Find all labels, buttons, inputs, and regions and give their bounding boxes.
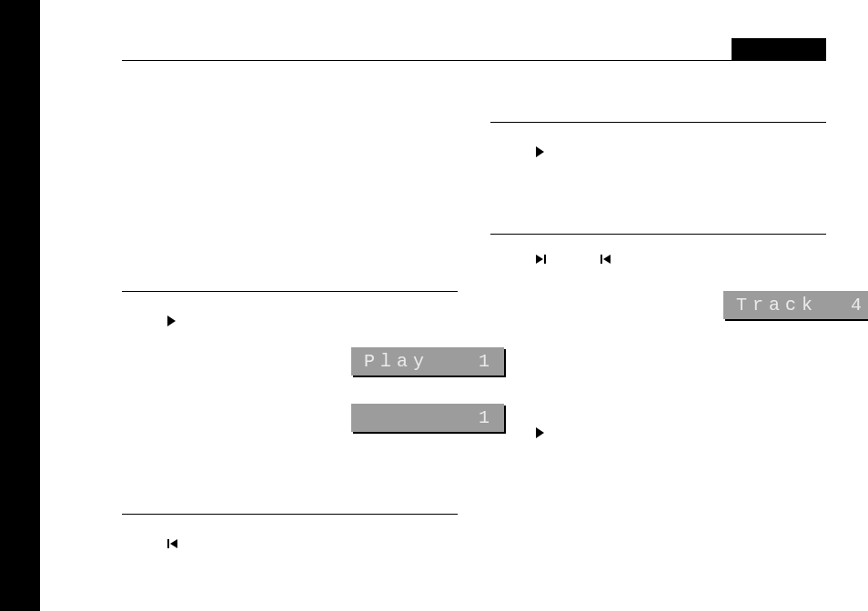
lcd-count-1: 1 [351,404,504,432]
play-icon [536,427,544,438]
skip-prev-icon [601,255,611,264]
left-column: Play 1 1 [122,109,458,564]
left-black-margin [0,0,40,611]
skip-prev-icon [167,539,177,548]
section-rule [490,122,826,123]
page-content: Play 1 1 Track 4 [40,0,868,611]
right-column: Track 4 [490,109,826,564]
play-icon [536,146,544,157]
top-horizontal-rule [122,60,826,61]
lcd-play-1: Play 1 [351,347,504,376]
section-rule [490,234,826,235]
lcd-text: Play 1 [364,351,495,372]
lcd-track-4: Track 4 [723,291,868,319]
page-tab [732,38,826,60]
section-rule [122,514,458,515]
lcd-text: 1 [364,407,495,428]
play-icon [167,316,176,326]
lcd-text: Track 4 [736,295,867,316]
skip-next-icon [536,255,546,264]
section-rule [122,291,458,292]
